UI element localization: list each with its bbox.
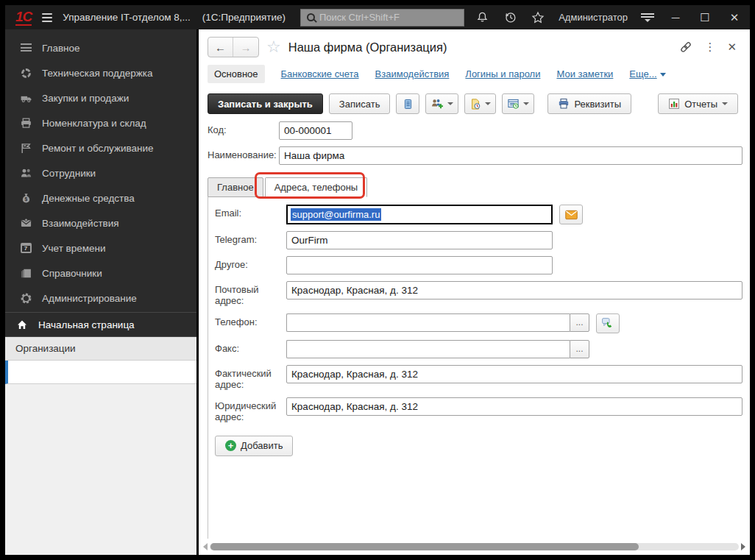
- notifications-bell-icon[interactable]: [475, 10, 489, 25]
- telegram-field[interactable]: [286, 231, 553, 249]
- sidebar: Главное Техническая поддержка Закупки и …: [5, 29, 199, 555]
- fax-field[interactable]: [286, 340, 570, 358]
- sidebar-item-label: Главное: [42, 43, 80, 54]
- save-and-close-button[interactable]: Записать и закрыть: [208, 93, 323, 114]
- link-logins-passwords[interactable]: Логины и пароли: [465, 68, 540, 79]
- minimize-button[interactable]: ─: [667, 11, 684, 24]
- chevron-down-icon: [722, 102, 728, 105]
- link-more[interactable]: Еще...: [629, 68, 665, 79]
- legal-address-field[interactable]: [286, 397, 742, 416]
- fax-label: Факс:: [215, 340, 286, 355]
- close-window-button[interactable]: ✕: [726, 11, 742, 24]
- forward-button[interactable]: →: [233, 38, 258, 57]
- code-field[interactable]: [279, 121, 352, 140]
- phone-field-combo: ...: [286, 313, 589, 332]
- close-form-button[interactable]: ✕: [727, 40, 737, 54]
- tab-osnovnoe[interactable]: Основное: [208, 65, 265, 83]
- sidebar-item-repair-service[interactable]: Ремонт и обслуживание: [5, 135, 196, 160]
- sidebar-item-catalogs[interactable]: Справочники: [5, 260, 196, 286]
- form-body: Код: Наименование: Главное Адреса, телеф…: [199, 121, 750, 539]
- fax-field-combo: ...: [286, 340, 589, 358]
- phone-label: Телефон:: [215, 313, 286, 328]
- telegram-label: Telegram:: [215, 231, 286, 246]
- current-user[interactable]: Администратор: [559, 12, 628, 23]
- mail-icon: [19, 216, 32, 230]
- tasks-history-button[interactable]: [502, 93, 534, 114]
- table-clock-icon: [507, 98, 520, 110]
- gear-icon: [19, 291, 32, 305]
- truck-icon: [19, 91, 32, 104]
- sidebar-item-label: Учет времени: [42, 243, 106, 254]
- reports-button[interactable]: Отчеты: [658, 93, 738, 114]
- support-ring-icon: [19, 66, 32, 79]
- link-bank-accounts[interactable]: Банковские счета: [281, 68, 359, 79]
- get-link-icon[interactable]: [679, 40, 692, 54]
- history-icon[interactable]: [503, 10, 517, 25]
- sidebar-item-label: Взаимодействия: [42, 218, 119, 229]
- sidebar-item-label: Справочники: [42, 268, 102, 279]
- sidebar-filler: [5, 384, 196, 555]
- repair-flag-icon: [19, 141, 32, 155]
- app-window: 1С Управление IT-отделом 8,... (1С:Предп…: [0, 0, 755, 560]
- 1c-logo: 1С: [15, 10, 32, 26]
- add-contact-button[interactable]: + Добавить: [215, 436, 293, 456]
- link-my-notes[interactable]: Мои заметки: [556, 68, 613, 79]
- send-email-button[interactable]: [559, 205, 583, 224]
- link-interactions[interactable]: Взаимодействия: [375, 68, 450, 79]
- name-field[interactable]: [279, 146, 742, 165]
- open-page-organizations[interactable]: Организации: [5, 337, 196, 361]
- document-history-button[interactable]: [464, 93, 496, 114]
- sidebar-item-interactions[interactable]: Взаимодействия: [5, 210, 196, 235]
- phone-chat-icon: [601, 317, 614, 329]
- open-page-our-firm[interactable]: Наша фирма (Организация): [5, 361, 196, 384]
- page-title: Наша фирма (Организация): [288, 40, 447, 54]
- form-nav-links: Основное Банковские счета Взаимодействия…: [199, 60, 750, 91]
- scroll-right-arrow[interactable]: [741, 543, 745, 550]
- sidebar-item-glavnoe[interactable]: Главное: [5, 35, 196, 60]
- fax-ellipsis-button[interactable]: ...: [570, 340, 589, 358]
- chevron-down-icon: [523, 102, 529, 105]
- tab-addresses-phones[interactable]: Адреса, телефоны: [265, 177, 368, 197]
- phone-ellipsis-button[interactable]: ...: [570, 313, 589, 332]
- plus-icon: +: [225, 440, 236, 451]
- sidebar-item-time-tracking[interactable]: 7 Учет времени: [5, 235, 196, 260]
- app-product: (1С:Предприятие): [202, 12, 286, 23]
- sidebar-item-purchases-sales[interactable]: Закупки и продажи: [5, 85, 196, 110]
- sidebar-item-label: Техническая поддержка: [42, 68, 153, 79]
- scrollbar-thumb[interactable]: [210, 543, 639, 550]
- scrollbar-track[interactable]: [210, 543, 739, 550]
- calendar-icon: 7: [19, 241, 32, 255]
- sidebar-item-nomenclature-warehouse[interactable]: Номенклатура и склад: [5, 110, 196, 135]
- sidebar-item-money[interactable]: $ Денежные средства: [5, 185, 196, 210]
- call-phone-button[interactable]: [596, 313, 620, 333]
- email-field[interactable]: support@ourfirma.ru: [286, 205, 553, 224]
- code-label: Код:: [208, 121, 279, 136]
- open-page-label: Организации: [15, 343, 76, 354]
- create-employee-button[interactable]: [425, 93, 458, 114]
- open-page-label: Наша фирма (Организация): [15, 366, 145, 378]
- back-button[interactable]: ←: [208, 38, 233, 57]
- main-menu-icon[interactable]: [42, 13, 52, 22]
- postal-address-field[interactable]: [286, 281, 742, 300]
- sidebar-item-tech-support[interactable]: Техническая поддержка: [5, 60, 196, 85]
- svg-text:$: $: [24, 196, 27, 202]
- sidebar-item-label: Ремонт и обслуживание: [42, 143, 154, 154]
- global-search-input[interactable]: Поиск Ctrl+Shift+F: [300, 9, 464, 26]
- more-actions-icon[interactable]: ⋮: [704, 40, 715, 54]
- scroll-left-arrow[interactable]: [203, 543, 208, 550]
- save-button[interactable]: Записать: [329, 93, 391, 114]
- tab-glavnoe[interactable]: Главное: [208, 177, 263, 197]
- other-field[interactable]: [286, 256, 553, 274]
- sidebar-item-administration[interactable]: Администрирование: [5, 286, 196, 311]
- phone-field[interactable]: [286, 313, 570, 332]
- actual-address-field[interactable]: [286, 365, 742, 383]
- sidebar-item-label: Сотрудники: [42, 168, 96, 179]
- service-menu-icon[interactable]: [641, 13, 654, 22]
- sidebar-item-employees[interactable]: Сотрудники: [5, 160, 196, 185]
- maximize-button[interactable]: ☐: [697, 11, 713, 24]
- favorite-star-icon[interactable]: ☆: [266, 38, 281, 57]
- favorites-star-icon[interactable]: [531, 10, 545, 25]
- details-print-button[interactable]: Реквизиты: [547, 93, 631, 114]
- sidebar-item-home-page[interactable]: Начальная страница: [5, 312, 196, 337]
- list-view-button[interactable]: [396, 93, 419, 114]
